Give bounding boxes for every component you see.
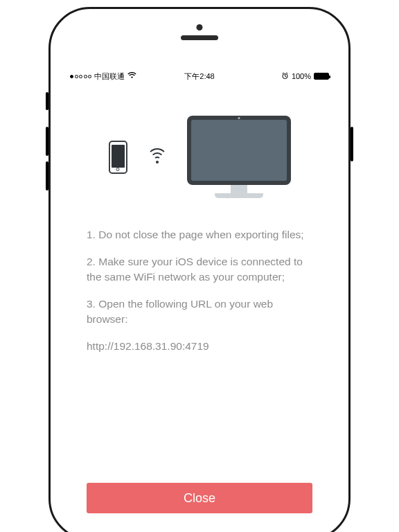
battery-percentage: 100% xyxy=(292,72,311,80)
battery-icon xyxy=(314,73,329,80)
transfer-illustration xyxy=(87,82,312,227)
device-side-button xyxy=(351,127,353,161)
phone-device-frame: 中国联通 下午2:48 xyxy=(48,7,351,532)
status-left: 中国联通 xyxy=(70,71,184,82)
close-button[interactable]: Close xyxy=(87,483,312,513)
phone-screen: 中国联通 下午2:48 xyxy=(66,70,333,523)
page-content: 1. Do not close the page when exporting … xyxy=(66,82,333,523)
transfer-url: http://192.168.31.90:4719 xyxy=(87,339,312,353)
instruction-step-3: 3. Open the following URL on your web br… xyxy=(87,296,312,326)
monitor-icon xyxy=(187,116,291,198)
alarm-icon xyxy=(281,72,289,81)
phone-icon xyxy=(109,141,127,174)
instructions: 1. Do not close the page when exporting … xyxy=(87,227,312,366)
wifi-status-icon xyxy=(127,72,136,80)
device-side-button xyxy=(46,92,48,110)
status-right: 100% xyxy=(215,72,329,81)
instruction-step-2: 2. Make sure your iOS device is connecte… xyxy=(87,254,312,284)
device-camera-dot xyxy=(197,24,203,30)
wifi-icon xyxy=(147,148,168,166)
device-side-button xyxy=(46,161,48,190)
instruction-step-1: 1. Do not close the page when exporting … xyxy=(87,227,312,242)
carrier-label: 中国联通 xyxy=(94,71,125,82)
status-bar: 中国联通 下午2:48 xyxy=(66,70,333,82)
signal-strength-icon xyxy=(70,75,91,78)
status-time: 下午2:48 xyxy=(184,71,214,82)
device-side-button xyxy=(46,127,48,156)
